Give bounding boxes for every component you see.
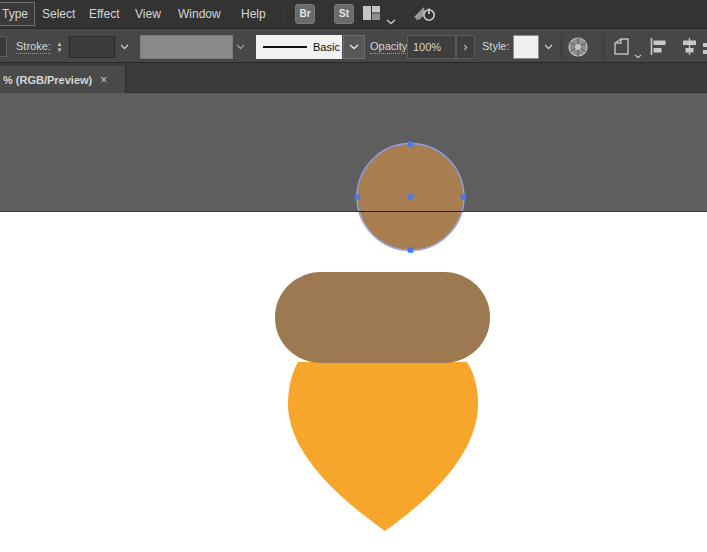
- brush-definition-chevron-icon[interactable]: [343, 35, 365, 59]
- stroke-weight-input[interactable]: [69, 36, 115, 58]
- menubar-separator: [284, 4, 285, 24]
- brush-definition-value: Basic: [313, 41, 340, 53]
- align-horizontal-center-icon[interactable]: [680, 38, 700, 59]
- document-tab-title: % (RGB/Preview): [3, 74, 92, 86]
- transform-chevron-icon[interactable]: [634, 45, 642, 63]
- anchor-point-right[interactable]: [461, 194, 467, 200]
- document-tab[interactable]: % (RGB/Preview) ×: [0, 66, 126, 93]
- graphic-style-swatch[interactable]: [513, 35, 539, 59]
- menu-item-select[interactable]: Select: [36, 0, 81, 28]
- acorn-cap-shape[interactable]: [275, 272, 490, 363]
- anchor-point-left[interactable]: [355, 194, 361, 200]
- control-bar: Stroke: ▲ ▼ Basic Opacity: 100% › Style:: [0, 28, 707, 63]
- bridge-button[interactable]: Br: [295, 4, 315, 24]
- anchor-point-bottom[interactable]: [408, 247, 414, 253]
- menubar: Type Select Effect View Window Help Br S…: [0, 0, 707, 28]
- canvas-area[interactable]: [0, 93, 707, 552]
- menu-item-effect[interactable]: Effect: [83, 0, 125, 28]
- control-separator: [603, 33, 604, 60]
- stroke-weight-stepper[interactable]: ▲ ▼: [53, 35, 66, 58]
- menu-item-view[interactable]: View: [129, 0, 167, 28]
- control-separator: [561, 33, 562, 60]
- variable-width-profile-select: [140, 35, 233, 59]
- stock-button[interactable]: St: [334, 4, 354, 24]
- menu-item-type[interactable]: Type: [0, 2, 35, 26]
- opacity-more-button[interactable]: ›: [456, 35, 475, 59]
- document-tab-bar: % (RGB/Preview) ×: [0, 63, 707, 93]
- align-right-icon-partial[interactable]: [703, 41, 707, 59]
- transform-panel-icon[interactable]: [612, 38, 632, 60]
- brush-stroke-preview: [263, 46, 307, 48]
- stepper-down-icon[interactable]: ▼: [57, 47, 63, 53]
- align-left-icon[interactable]: [650, 38, 670, 59]
- pasteboard[interactable]: [0, 93, 707, 211]
- workspace-switcher-icon[interactable]: [363, 6, 380, 24]
- profile-chevron-icon: [233, 35, 248, 59]
- style-chevron-icon[interactable]: [540, 35, 556, 59]
- anchor-point-center[interactable]: [408, 194, 414, 200]
- recolor-artwork-icon[interactable]: [567, 36, 589, 62]
- brush-definition-select[interactable]: Basic: [256, 35, 342, 59]
- stroke-weight-chevron-icon[interactable]: [115, 36, 133, 58]
- opacity-label[interactable]: Opacity:: [370, 40, 410, 54]
- menu-item-window[interactable]: Window: [172, 0, 227, 28]
- anchor-point-top[interactable]: [408, 141, 414, 147]
- menu-item-help[interactable]: Help: [235, 0, 272, 28]
- stroke-label[interactable]: Stroke:: [16, 40, 51, 54]
- tab-close-icon[interactable]: ×: [100, 74, 107, 86]
- gpu-performance-rocket-icon[interactable]: [412, 4, 438, 28]
- opacity-input[interactable]: 100%: [407, 35, 456, 59]
- workspace-chevron-down-icon[interactable]: [386, 11, 396, 29]
- style-label: Style:: [482, 40, 510, 52]
- fill-control-partial[interactable]: [0, 36, 7, 57]
- artwork-svg: [0, 93, 707, 552]
